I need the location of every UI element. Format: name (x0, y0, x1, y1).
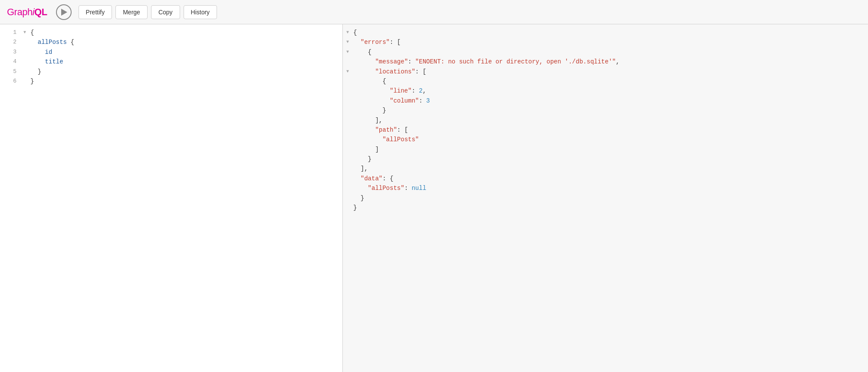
main-content: 1 ▼ { 2 allPosts { 3 id 4 title 5 } (0, 24, 868, 372)
run-button[interactable] (56, 4, 72, 20)
response-line: "data": { (343, 174, 868, 183)
fold-icon[interactable]: ▼ (346, 37, 352, 46)
response-content: "allPosts" (353, 135, 419, 144)
fold-spacer (346, 164, 352, 165)
query-line-5: 5 } (0, 67, 342, 76)
response-line: } (343, 193, 868, 203)
fold-spacer (346, 57, 352, 58)
response-content: "path": [ (353, 125, 408, 135)
response-content: ], (353, 164, 368, 173)
fold-spacer (346, 76, 352, 78)
response-content: { (353, 47, 372, 57)
response-content: "message": "ENOENT: no such file or dire… (353, 57, 619, 66)
response-content: "allPosts": null (353, 183, 426, 193)
response-line: "path": [ (343, 125, 868, 135)
response-panel[interactable]: ▼ { ▼ "errors": [ ▼ { "message": "ENOENT… (343, 24, 868, 372)
response-content: "errors": [ (353, 37, 401, 47)
fold-spacer (346, 135, 352, 136)
response-line: { (343, 76, 868, 86)
line-content: } (30, 67, 41, 76)
response-content: "column": 3 (353, 96, 430, 106)
response-content: "locations": [ (353, 67, 426, 76)
response-content: } (353, 193, 364, 203)
line-content: title (30, 57, 63, 66)
response-content: } (353, 154, 372, 164)
line-number: 6 (3, 76, 16, 86)
fold-spacer (346, 116, 352, 117)
response-content: ] (353, 145, 379, 154)
line-number: 2 (3, 37, 16, 47)
prettify-button[interactable]: Prettify (79, 5, 112, 19)
play-icon (61, 9, 67, 16)
fold-icon[interactable]: ▼ (346, 47, 352, 56)
fold-spacer (346, 86, 352, 87)
response-line: ], (343, 116, 868, 125)
fold-spacer (346, 96, 352, 97)
fold-spacer (346, 174, 352, 175)
query-editor[interactable]: 1 ▼ { 2 allPosts { 3 id 4 title 5 } (0, 24, 343, 372)
fold-spacer (346, 193, 352, 195)
query-line-4: 4 title (0, 57, 342, 66)
response-line: ▼ "errors": [ (343, 37, 868, 47)
response-content: } (353, 106, 386, 115)
fold-icon[interactable]: ▼ (23, 28, 29, 36)
fold-spacer (346, 145, 352, 146)
response-content: { (353, 28, 357, 37)
fold-icon (23, 67, 29, 68)
response-line: "message": "ENOENT: no such file or dire… (343, 57, 868, 66)
fold-icon (23, 37, 29, 39)
merge-button[interactable]: Merge (115, 5, 148, 19)
fold-icon (23, 47, 29, 49)
fold-spacer (346, 125, 352, 126)
response-line: ▼ { (343, 47, 868, 57)
toolbar: GraphiQL Prettify Merge Copy History (0, 0, 868, 24)
response-content: ], (353, 116, 382, 125)
response-line: } (343, 203, 868, 213)
response-line: } (343, 154, 868, 164)
line-content: { (30, 28, 34, 37)
query-line-1: 1 ▼ { (0, 28, 342, 37)
history-button[interactable]: History (184, 5, 217, 19)
fold-icon[interactable]: ▼ (346, 28, 352, 36)
response-line: "allPosts": null (343, 183, 868, 193)
response-line: "allPosts" (343, 135, 868, 144)
response-line: "column": 3 (343, 96, 868, 106)
response-line: ], (343, 164, 868, 173)
response-line: } (343, 106, 868, 115)
response-line: ▼ "locations": [ (343, 67, 868, 76)
response-content: "line": 2, (353, 86, 426, 96)
line-content: allPosts { (30, 37, 74, 47)
line-number: 3 (3, 47, 16, 57)
line-number: 4 (3, 57, 16, 66)
query-line-2: 2 allPosts { (0, 37, 342, 47)
fold-spacer (346, 106, 352, 107)
response-line: ] (343, 145, 868, 154)
fold-icon (23, 57, 29, 58)
response-line: ▼ { (343, 28, 868, 37)
response-content: } (353, 203, 357, 213)
logo: GraphiQL (7, 7, 47, 18)
fold-icon[interactable]: ▼ (346, 67, 352, 75)
line-content: } (30, 76, 34, 86)
fold-spacer (346, 203, 352, 204)
query-line-3: 3 id (0, 47, 342, 57)
line-number: 5 (3, 67, 16, 76)
query-line-6: 6 } (0, 76, 342, 86)
response-content: { (353, 76, 386, 86)
fold-spacer (346, 154, 352, 156)
copy-button[interactable]: Copy (151, 5, 180, 19)
fold-spacer (346, 183, 352, 185)
line-number: 1 (3, 28, 16, 37)
response-line: "line": 2, (343, 86, 868, 96)
line-content: id (30, 47, 52, 57)
response-content: "data": { (353, 174, 393, 183)
fold-icon (23, 76, 29, 78)
